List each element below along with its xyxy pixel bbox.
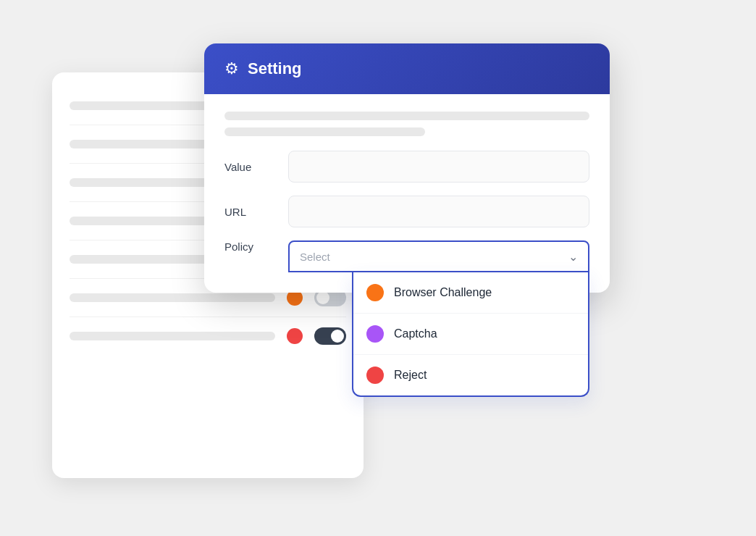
dropdown-item-browser-challenge[interactable]: Browser Challenge [353,272,588,314]
setting-modal: ⚙ Setting Value URL Policy Se [204,43,610,293]
modal-header: ⚙ Setting [204,43,610,94]
dropdown-dot-purple [366,325,384,343]
value-input[interactable] [288,151,589,183]
dropdown-item-captcha[interactable]: Captcha [353,314,588,355]
url-row: URL [224,196,589,227]
dropdown-item-label: Browser Challenge [394,286,492,299]
dropdown-item-reject[interactable]: Reject [353,355,588,395]
placeholder-bar-half [224,127,425,136]
list-row [70,317,346,355]
dropdown-dot-red [366,367,384,384]
dropdown-dot-orange [366,284,384,301]
toggle-switch[interactable] [314,327,346,345]
placeholder-bar-full [224,112,589,120]
url-input[interactable] [288,196,589,227]
select-placeholder: Select [300,251,330,263]
value-row: Value [224,151,589,183]
dot-red [287,328,303,344]
modal-title: Setting [248,59,302,78]
policy-row: Policy Select ⌄ Browser Challenge [224,240,589,272]
list-bar [70,332,275,340]
policy-label: Policy [224,240,277,253]
chevron-down-icon: ⌄ [568,250,578,264]
dropdown-item-label: Captcha [394,327,437,340]
policy-dropdown: Browser Challenge Captcha Reject [352,272,589,397]
list-bar [70,293,275,302]
gear-icon: ⚙ [224,59,239,78]
dropdown-item-label: Reject [394,369,427,382]
value-label: Value [224,161,277,173]
url-label: URL [224,206,277,218]
policy-select[interactable]: Select ⌄ [288,240,589,272]
modal-body: Value URL Policy Select ⌄ [204,94,610,293]
